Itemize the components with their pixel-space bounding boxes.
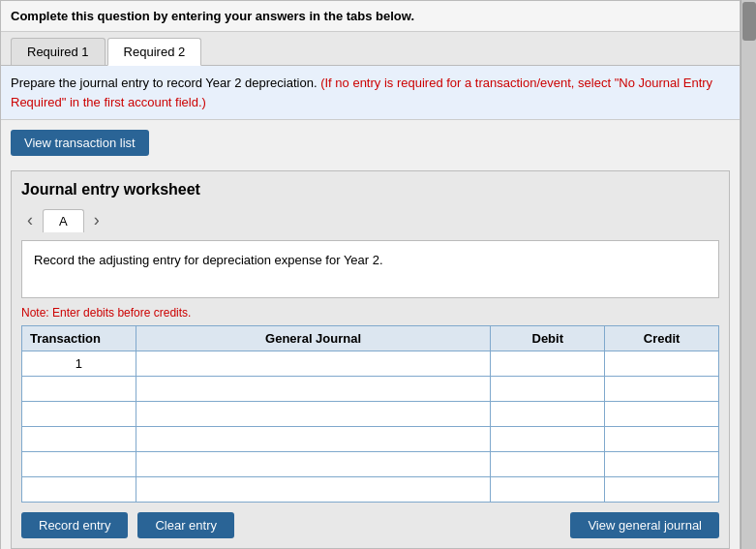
general-journal-input-3[interactable] xyxy=(136,402,491,426)
tab-required-2[interactable]: Required 2 xyxy=(107,38,202,66)
general-journal-cell-1[interactable] xyxy=(136,351,491,377)
question-main-text: Prepare the journal entry to record Year… xyxy=(11,76,318,90)
credit-cell-2[interactable] xyxy=(605,377,719,402)
general-journal-input-1[interactable] xyxy=(136,351,491,376)
debit-cell-3[interactable] xyxy=(491,402,605,427)
action-buttons-row: Record entry Clear entry View general jo… xyxy=(21,512,719,538)
col-header-debit: Debit xyxy=(491,326,605,351)
debit-input-2[interactable] xyxy=(491,377,604,401)
clear-entry-button[interactable]: Clear entry xyxy=(137,512,234,538)
transaction-num-1: 1 xyxy=(22,351,136,377)
prev-worksheet-button[interactable]: ‹ xyxy=(21,208,39,232)
general-journal-cell-4[interactable] xyxy=(136,427,491,452)
general-journal-cell-3[interactable] xyxy=(136,402,491,427)
credit-cell-6[interactable] xyxy=(605,477,719,503)
debit-input-3[interactable] xyxy=(491,402,604,426)
description-box: Record the adjusting entry for depreciat… xyxy=(21,240,719,298)
note-text: Note: Enter debits before credits. xyxy=(21,306,719,320)
general-journal-input-5[interactable] xyxy=(136,452,491,476)
general-journal-cell-2[interactable] xyxy=(136,377,491,402)
table-row xyxy=(22,477,719,503)
transaction-num-6 xyxy=(22,477,136,503)
credit-cell-3[interactable] xyxy=(605,402,719,427)
record-entry-button[interactable]: Record entry xyxy=(21,512,128,538)
description-text: Record the adjusting entry for depreciat… xyxy=(34,253,383,267)
col-header-general-journal: General Journal xyxy=(136,326,491,351)
scrollbar[interactable] xyxy=(741,0,756,549)
tab-required-1[interactable]: Required 1 xyxy=(11,38,106,65)
credit-cell-5[interactable] xyxy=(605,452,719,477)
general-journal-input-6[interactable] xyxy=(136,477,491,502)
journal-entry-worksheet: Journal entry worksheet ‹ A › Record the… xyxy=(11,170,730,549)
worksheet-nav: ‹ A › xyxy=(21,208,719,232)
debit-input-4[interactable] xyxy=(491,427,604,451)
general-journal-cell-6[interactable] xyxy=(136,477,491,503)
transaction-num-4 xyxy=(22,427,136,452)
next-worksheet-button[interactable]: › xyxy=(88,208,106,232)
journal-table: Transaction General Journal Debit Credit… xyxy=(21,325,719,503)
credit-cell-1[interactable] xyxy=(605,351,719,377)
scrollbar-thumb[interactable] xyxy=(742,2,756,41)
credit-input-5[interactable] xyxy=(605,452,718,476)
view-transaction-wrapper: View transaction list xyxy=(1,120,740,166)
table-row xyxy=(22,427,719,452)
col-header-transaction: Transaction xyxy=(22,326,136,351)
tabs-row: Required 1 Required 2 xyxy=(1,32,740,66)
general-journal-input-2[interactable] xyxy=(136,377,491,401)
general-journal-input-4[interactable] xyxy=(136,427,491,451)
debit-input-1[interactable] xyxy=(491,351,604,376)
credit-input-2[interactable] xyxy=(605,377,718,401)
view-general-journal-button[interactable]: View general journal xyxy=(570,512,719,538)
table-row: 1 xyxy=(22,351,719,377)
debit-input-6[interactable] xyxy=(491,477,604,502)
table-row xyxy=(22,452,719,477)
credit-cell-4[interactable] xyxy=(605,427,719,452)
table-row xyxy=(22,402,719,427)
credit-input-6[interactable] xyxy=(605,477,718,502)
debit-input-5[interactable] xyxy=(491,452,604,476)
credit-input-3[interactable] xyxy=(605,402,718,426)
debit-cell-2[interactable] xyxy=(491,377,605,402)
transaction-num-5 xyxy=(22,452,136,477)
col-header-credit: Credit xyxy=(605,326,719,351)
instruction-bar: Complete this question by entering your … xyxy=(1,1,740,32)
worksheet-title: Journal entry worksheet xyxy=(21,181,719,198)
credit-input-1[interactable] xyxy=(605,351,718,376)
worksheet-tab-a[interactable]: A xyxy=(43,209,84,232)
view-transaction-button[interactable]: View transaction list xyxy=(11,130,149,156)
debit-cell-6[interactable] xyxy=(491,477,605,503)
table-row xyxy=(22,377,719,402)
general-journal-cell-5[interactable] xyxy=(136,452,491,477)
instruction-text: Complete this question by entering your … xyxy=(11,9,414,23)
transaction-num-3 xyxy=(22,402,136,427)
credit-input-4[interactable] xyxy=(605,427,718,451)
debit-cell-4[interactable] xyxy=(491,427,605,452)
transaction-num-2 xyxy=(22,377,136,402)
question-area: Prepare the journal entry to record Year… xyxy=(1,66,740,120)
debit-cell-5[interactable] xyxy=(491,452,605,477)
debit-cell-1[interactable] xyxy=(491,351,605,377)
